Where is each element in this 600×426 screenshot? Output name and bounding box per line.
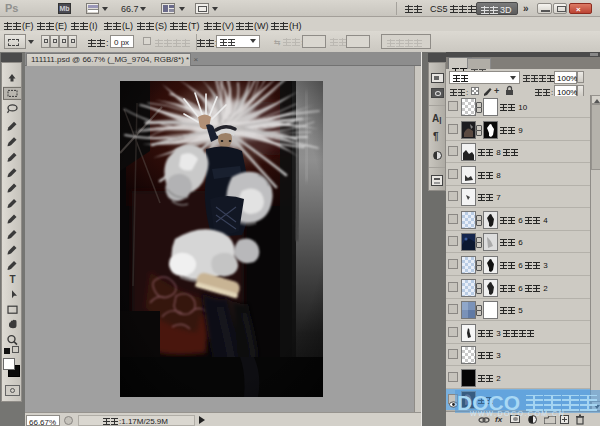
svg-text:T: T — [9, 274, 15, 285]
